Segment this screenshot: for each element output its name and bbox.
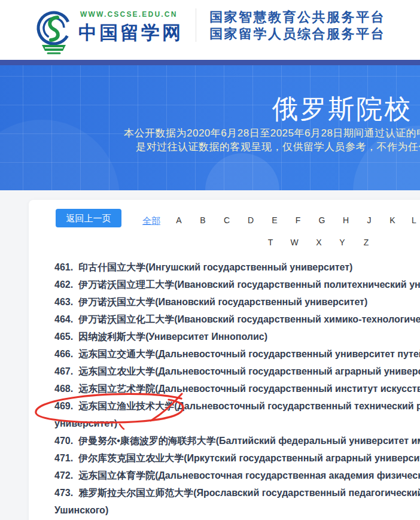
list-item: 468.远东国立艺术学院(Дальневосточный государстве… — [54, 380, 420, 397]
list-item: 467.远东国立农业大学(Дальневосточный государстве… — [54, 363, 420, 380]
item-text: 远东国立艺术学院(Дальневосточный государственный… — [78, 384, 420, 394]
item-text: 伊曼努尔•康德波罗的海联邦大学(Балтийский федеральный у… — [78, 436, 420, 446]
banner-description-line1: 本公开数据为2020年6月28日至2025年6月28日期间通过认证的申请中涉 — [124, 126, 420, 140]
hero-banner: 俄罗斯院校 本公开数据为2020年6月28日至2025年6月28日期间通过认证的… — [0, 65, 420, 190]
item-text: 伊万诺沃国立化工大学(Ивановский государственный хи… — [78, 314, 420, 324]
item-number: 472. — [54, 467, 73, 484]
list-item: 461.印古什国立大学(Ингушский государственный ун… — [54, 259, 420, 276]
item-number: 473. — [54, 484, 73, 501]
logo-url-text: WWW.CSCSE.EDU.CN — [80, 10, 178, 19]
list-item-continuation: университет) — [54, 415, 420, 432]
item-number: 463. — [54, 293, 73, 311]
filter-letter-t[interactable]: T — [261, 238, 279, 247]
item-number: 464. — [54, 311, 73, 328]
filter-letter-z[interactable]: Z — [357, 238, 375, 247]
item-text: 远东国立体育学院(Дальневосточная государственная… — [78, 470, 420, 481]
item-number: 462. — [54, 276, 73, 293]
item-text: 印古什国立大学(Ингушский государственный универ… — [78, 262, 352, 272]
item-text: 伊尔库茨克国立农业大学(Иркутский государственный аг… — [78, 453, 420, 463]
item-number: 466. — [54, 345, 73, 363]
cscse-logo-icon[interactable] — [34, 5, 75, 56]
item-text: 伊万诺沃国立理工大学(Ивановский государственный по… — [78, 279, 420, 290]
banner-top-stripe — [0, 60, 420, 65]
list-item-circled: 469.远东国立渔业技术大学(Дальневосточный государст… — [54, 397, 420, 415]
list-item: 462.伊万诺沃国立理工大学(Ивановский государственны… — [54, 276, 420, 293]
filter-letter-w[interactable]: W — [285, 238, 303, 247]
item-text: 远东国立农业大学(Дальневосточный государственный… — [78, 366, 420, 376]
item-number: 467. — [54, 363, 73, 380]
site-logo-title[interactable]: 中国留学网 — [78, 20, 183, 45]
platform-line-1: 国家智慧教育公共服务平台 — [209, 9, 385, 26]
list-item: 473.雅罗斯拉夫尔国立师范大学(Ярославский государстве… — [54, 484, 420, 501]
filter-letter-b[interactable]: B — [194, 215, 212, 225]
item-number: 461. — [54, 259, 73, 276]
item-number: 465. — [54, 328, 73, 345]
item-number: 469. — [54, 397, 73, 415]
item-text: 雅罗斯拉夫尔国立师范大学(Ярославский государственный… — [78, 488, 420, 498]
list-item: 465.因纳波利斯大学(Университет Иннополис) — [54, 328, 420, 345]
list-item-continuation: Ушинского) — [54, 501, 420, 519]
list-item: 464.伊万诺沃国立化工大学(Ивановский государственны… — [54, 311, 420, 328]
content-card: 返回上一页 全部 A B C D E F G H J K L T W X Y Z… — [29, 200, 420, 520]
list-item: 463.伊万诺沃国立大学(Ивановский государственный … — [54, 293, 420, 311]
filter-letter-e[interactable]: E — [266, 215, 284, 225]
item-number: 471. — [54, 449, 73, 467]
banner-decor-circle — [205, 153, 279, 190]
item-text: 伊万诺沃国立大学(Ивановский государственный унив… — [78, 297, 367, 307]
list-item: 470.伊曼努尔•康德波罗的海联邦大学(Балтийский федеральн… — [54, 432, 420, 449]
filter-letter-a[interactable]: A — [170, 215, 188, 225]
item-text: 远东国立渔业技术大学(Дальневосточный государственн… — [78, 401, 420, 411]
filter-letter-k[interactable]: K — [384, 215, 401, 225]
filter-letter-y[interactable]: Y — [333, 238, 351, 247]
university-list: 461.印古什国立大学(Ингушский государственный ун… — [54, 259, 420, 520]
banner-description-line2: 是对过往认证数据的客观呈现，仅供留学人员参考，不作为任何通过认 — [136, 140, 420, 154]
filter-letter-c[interactable]: C — [218, 215, 236, 225]
platform-names: 国家智慧教育公共服务平台 国家留学人员综合服务平台 — [209, 9, 385, 42]
filter-letter-g[interactable]: G — [313, 215, 331, 225]
filter-all[interactable]: 全部 — [141, 215, 162, 227]
filter-letter-f[interactable]: F — [289, 215, 307, 225]
filter-letter-l[interactable]: L — [405, 215, 420, 225]
filter-letter-h[interactable]: H — [337, 215, 355, 225]
banner-decor-circle — [0, 120, 120, 190]
back-button[interactable]: 返回上一页 — [56, 209, 121, 227]
platform-line-2: 国家留学人员综合服务平台 — [209, 26, 385, 42]
list-item: 472.远东国立体育学院(Дальневосточная государстве… — [54, 467, 420, 484]
item-text: 远东国立交通大学(Дальневосточный государственный… — [78, 349, 420, 359]
page-title: 俄罗斯院校 — [272, 92, 413, 127]
item-number: 468. — [54, 380, 73, 397]
filter-letter-x[interactable]: X — [310, 238, 328, 247]
filter-letter-d[interactable]: D — [242, 215, 260, 225]
site-header: WWW.CSCSE.EDU.CN 中国留学网 国家智慧教育公共服务平台 国家留学… — [0, 0, 420, 60]
header-divider — [196, 8, 196, 42]
filter-letter-j[interactable]: J — [360, 215, 378, 225]
page: WWW.CSCSE.EDU.CN 中国留学网 国家智慧教育公共服务平台 国家留学… — [0, 0, 420, 520]
list-item: 466.远东国立交通大学(Дальневосточный государстве… — [54, 345, 420, 363]
item-number: 470. — [54, 432, 73, 449]
list-item: 471.伊尔库茨克国立农业大学(Иркутский государственны… — [54, 449, 420, 467]
item-text: 因纳波利斯大学(Университет Иннополис) — [78, 332, 267, 342]
